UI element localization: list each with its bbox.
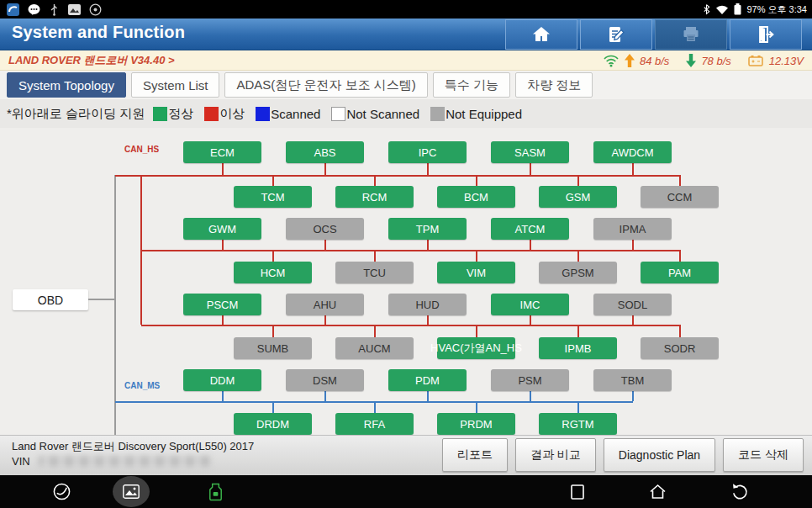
node-tcm[interactable]: TCM (234, 186, 312, 208)
node-ocs[interactable]: OCS (286, 218, 364, 240)
tab-vehicle-info[interactable]: 차량 정보 (515, 72, 593, 98)
tab-special-functions[interactable]: 특수 기능 (433, 72, 510, 98)
nav-home-button[interactable] (646, 475, 668, 508)
screenshot-button[interactable] (120, 475, 142, 508)
print-button[interactable] (655, 19, 727, 50)
node-atcm[interactable]: ATCM (491, 218, 569, 240)
node-ccm[interactable]: CCM (641, 186, 719, 208)
node-rgtm[interactable]: RGTM (539, 413, 617, 435)
usb-icon (49, 3, 60, 16)
node-vim[interactable]: VIM (437, 262, 515, 283)
voltage-battery-icon (748, 56, 764, 66)
node-ipmb[interactable]: IPMB (539, 337, 617, 359)
exit-button[interactable] (730, 19, 802, 50)
node-sumb[interactable]: SUMB (234, 337, 312, 359)
node-ddm[interactable]: DDM (183, 369, 261, 391)
node-hud[interactable]: HUD (388, 294, 467, 315)
node-psm[interactable]: PSM (491, 369, 569, 391)
nav-home-icon (649, 484, 667, 500)
node-stub-line (530, 163, 531, 175)
legend-item: 정상 (153, 106, 193, 122)
node-gwm[interactable]: GWM (183, 218, 261, 240)
legend-item: Scanned (256, 107, 320, 121)
compare-results-button[interactable]: 결과 비교 (515, 438, 596, 472)
legend-swatch (153, 107, 167, 121)
node-ipma[interactable]: IPMA (593, 218, 672, 240)
exit-icon (755, 24, 777, 45)
status-bar-app-icons (7, 3, 102, 16)
vin-label: VIN (12, 455, 30, 468)
node-drdm[interactable]: DRDM (234, 413, 312, 435)
launch-app-button[interactable] (50, 475, 72, 508)
node-tbm[interactable]: TBM (593, 369, 672, 391)
node-stub-line (530, 240, 531, 250)
node-hcm[interactable]: HCM (234, 262, 312, 283)
node-awdcm[interactable]: AWDCM (593, 141, 672, 163)
node-imc[interactable]: IMC (491, 294, 569, 315)
voltage-value: 12.13V (769, 55, 804, 67)
node-ecm[interactable]: ECM (183, 141, 261, 163)
node-pscm[interactable]: PSCM (183, 294, 261, 315)
clear-codes-button[interactable]: 코드 삭제 (723, 438, 804, 472)
node-pam[interactable]: PAM (641, 262, 719, 283)
nav-back-button[interactable] (728, 475, 750, 508)
vci-device-button[interactable] (204, 475, 226, 508)
bus-line (141, 325, 680, 326)
node-sasm[interactable]: SASM (491, 141, 569, 163)
node-sodl[interactable]: SODL (593, 294, 672, 315)
can-ms-bus-label: CAN_MS (124, 381, 160, 390)
node-hvac-가열an-hs[interactable]: HVAC(가열AN_HS (437, 337, 515, 359)
legend-item-label: 정상 (168, 106, 193, 122)
notes-button[interactable] (580, 19, 652, 50)
obd-connector-node[interactable]: OBD (13, 289, 88, 310)
bluetooth-icon (703, 3, 710, 15)
node-gpsm[interactable]: GPSM (539, 262, 617, 283)
node-dsm[interactable]: DSM (286, 369, 364, 391)
node-gsm[interactable]: GSM (539, 186, 617, 208)
node-stub-line (632, 240, 634, 250)
tab-adas[interactable]: ADAS(첨단 운전자 보조 시스템) (224, 72, 427, 98)
node-prdm[interactable]: PRDM (437, 413, 515, 435)
node-ahu[interactable]: AHU (286, 294, 364, 315)
legend-item: Not Scanned (331, 107, 419, 121)
node-stub-line (530, 391, 531, 401)
tab-bar: System Topology System List ADAS(첨단 운전자 … (0, 71, 812, 99)
battery-time-text: 97% 오후 3:34 (746, 3, 807, 16)
obd-connector-line (88, 299, 115, 300)
download-arrow-icon (686, 54, 696, 67)
node-aucm[interactable]: AUCM (335, 337, 414, 359)
node-rcm[interactable]: RCM (335, 186, 414, 208)
nav-back-icon (730, 483, 748, 500)
node-stub-line (324, 315, 326, 325)
app-header: System and Function (0, 19, 812, 50)
tab-system-list[interactable]: System List (131, 72, 220, 98)
node-stub-line (632, 163, 634, 175)
legend-swatch (204, 107, 219, 121)
bus-line (141, 250, 680, 251)
node-tcu[interactable]: TCU (335, 262, 414, 283)
diagnostic-app-screen: 97% 오후 3:34 System and Function LAND ROV… (0, 0, 812, 508)
settings-status-icon (89, 3, 102, 16)
node-stub-line (324, 391, 326, 401)
breadcrumb[interactable]: LAND ROVER 랜드로버 V34.40 > (8, 53, 175, 68)
node-bcm[interactable]: BCM (437, 186, 515, 208)
node-ipc[interactable]: IPC (388, 141, 467, 163)
tab-system-topology[interactable]: System Topology (7, 72, 126, 98)
chat-app-icon (28, 3, 40, 16)
page-title: System and Function (12, 23, 185, 42)
node-stub-line (222, 240, 224, 250)
diagnostic-plan-button[interactable]: Diagnostic Plan (604, 438, 715, 472)
node-abs[interactable]: ABS (286, 141, 364, 163)
legend-bar: *위아래로 슬라이딩 지원 정상이상ScannedNot ScannedNot … (0, 99, 812, 128)
notes-icon (605, 24, 627, 45)
node-rfa[interactable]: RFA (335, 413, 414, 435)
node-pdm[interactable]: PDM (388, 369, 467, 391)
report-button[interactable]: 리포트 (442, 438, 508, 472)
home-button[interactable] (505, 19, 577, 50)
android-nav-bar (0, 475, 812, 508)
android-status-bar: 97% 오후 3:34 (0, 0, 812, 19)
node-sodr[interactable]: SODR (641, 337, 719, 359)
recent-apps-button[interactable] (567, 475, 588, 508)
vin-value-blurred (39, 456, 211, 467)
node-tpm[interactable]: TPM (388, 218, 467, 240)
